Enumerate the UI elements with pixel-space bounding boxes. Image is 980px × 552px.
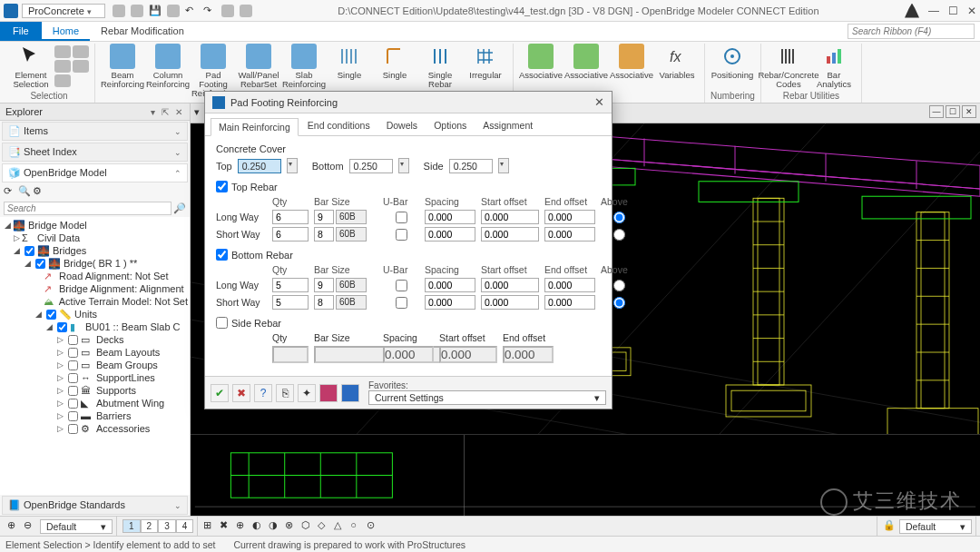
filter-icon[interactable]: ⚙ xyxy=(33,185,45,198)
tree-item[interactable]: Decks xyxy=(96,334,124,345)
tree-search-input[interactable] xyxy=(4,202,172,215)
ubar-checkbox[interactable] xyxy=(396,297,407,309)
tree-item[interactable]: Accessories xyxy=(96,423,150,434)
start-offset-input[interactable] xyxy=(481,278,539,292)
minimize-icon[interactable]: — xyxy=(928,5,939,17)
barsize-input[interactable] xyxy=(314,295,334,310)
snap-icon[interactable]: ⊙ xyxy=(367,519,381,534)
tree-checkbox[interactable] xyxy=(68,386,78,396)
tab-home[interactable]: Home xyxy=(42,22,90,41)
tree-checkbox[interactable] xyxy=(68,411,78,421)
user-icon[interactable] xyxy=(905,4,919,18)
single-button[interactable]: Single xyxy=(328,44,371,80)
qty-input[interactable] xyxy=(272,210,309,224)
view-close-icon[interactable]: ✕ xyxy=(962,105,976,118)
single-rebar-button[interactable]: Single Rebar xyxy=(418,44,462,89)
wall-panel-button[interactable]: Wall/Panel RebarSet xyxy=(237,44,280,89)
snap-icon[interactable]: ✖ xyxy=(220,519,234,534)
workflow-dropdown[interactable]: ProConcrete ▾ xyxy=(22,4,105,18)
ribbon-search-input[interactable] xyxy=(848,24,975,39)
spacing-input[interactable] xyxy=(425,210,475,224)
panel-controls[interactable]: ▾ ⇱ ✕ xyxy=(151,107,184,117)
top-rebar-checkbox[interactable] xyxy=(216,181,228,192)
tree-item[interactable]: SupportLines xyxy=(96,372,155,383)
positioning-button[interactable]: Positioning xyxy=(710,44,754,80)
above-radio[interactable] xyxy=(613,229,625,241)
plan-view[interactable] xyxy=(191,434,980,516)
maximize-icon[interactable]: ☐ xyxy=(948,5,958,17)
cancel-button[interactable]: ✖ xyxy=(232,384,250,402)
sel-small-icon[interactable] xyxy=(54,45,71,58)
redo-icon[interactable]: ↷ xyxy=(203,5,216,17)
start-offset-input[interactable] xyxy=(481,227,539,242)
tree-checkbox[interactable] xyxy=(35,259,45,269)
tool-icon[interactable]: ⊕ xyxy=(7,519,22,534)
bottom-rebar-checkbox[interactable] xyxy=(216,249,228,261)
qat-icon[interactable] xyxy=(131,5,143,17)
tree-checkbox[interactable] xyxy=(68,373,78,383)
tab-options[interactable]: Options xyxy=(426,117,474,135)
tree-item[interactable]: Bridge( BR 1 ) ** xyxy=(64,258,137,269)
start-offset-input[interactable] xyxy=(481,295,539,310)
level-select[interactable]: Default▾ xyxy=(40,519,113,534)
bar-analytics-button[interactable]: Bar Analytics xyxy=(812,44,856,89)
dropdown-icon[interactable] xyxy=(287,158,298,173)
settings-button[interactable]: ✦ xyxy=(298,384,316,402)
tree-item[interactable]: Abutment Wing xyxy=(96,398,164,409)
tree-item[interactable]: Supports xyxy=(96,385,136,396)
tool-icon[interactable]: ⊖ xyxy=(24,519,38,534)
sheet-index-section[interactable]: 📑 Sheet Index⌄ xyxy=(2,143,188,162)
barsize-input[interactable] xyxy=(314,210,334,224)
refresh-icon[interactable]: ⟳ xyxy=(4,185,16,198)
tab-main-reinforcing[interactable]: Main Reinforcing xyxy=(211,118,299,136)
spacing-input[interactable] xyxy=(425,295,475,310)
dialog-close-icon[interactable]: ✕ xyxy=(594,95,604,109)
accept-button[interactable]: ✔ xyxy=(211,384,229,402)
file-tab[interactable]: File xyxy=(0,22,42,41)
dropdown-icon[interactable] xyxy=(498,158,509,173)
snap-icon[interactable]: ○ xyxy=(350,519,365,534)
sel-small-icon[interactable] xyxy=(54,60,71,73)
cover-bottom-input[interactable]: 0.250 xyxy=(349,159,393,173)
qat-icon[interactable] xyxy=(221,5,234,17)
snap-icon[interactable]: ⊞ xyxy=(203,519,218,534)
search-go-icon[interactable]: 🔎 xyxy=(173,202,186,215)
grade-select[interactable]: 60B xyxy=(336,278,367,292)
qat-icon[interactable] xyxy=(167,5,180,17)
barsize-input[interactable] xyxy=(314,278,334,292)
tree-checkbox[interactable] xyxy=(68,360,78,370)
tree-checkbox[interactable] xyxy=(24,246,34,256)
lock-select[interactable]: Default▾ xyxy=(899,519,972,534)
model-tree[interactable]: ◢🌉Bridge Model ▷ΣCivil Data ◢🌉Bridges ◢🌉… xyxy=(0,217,190,495)
tree-root[interactable]: Bridge Model xyxy=(28,220,87,231)
tab-assignment[interactable]: Assignment xyxy=(475,117,540,135)
tree-checkbox[interactable] xyxy=(46,310,56,320)
undo-icon[interactable]: ↶ xyxy=(185,5,198,17)
snap-icon[interactable]: ◇ xyxy=(318,519,332,534)
tab-dowels[interactable]: Dowels xyxy=(379,117,425,135)
help-button[interactable]: ? xyxy=(254,384,272,402)
openbridge-standards-section[interactable]: 📘 OpenBridge Standards⌄ xyxy=(2,496,188,515)
beam-reinforcing-button[interactable]: Beam Reinforcing xyxy=(101,44,144,89)
rebar-codes-button[interactable]: Rebar/Concrete Codes xyxy=(767,44,810,89)
single-button-2[interactable]: Single xyxy=(373,44,416,80)
above-radio[interactable] xyxy=(613,297,625,309)
side-rebar-checkbox[interactable] xyxy=(216,317,228,329)
view-max-icon[interactable]: ☐ xyxy=(946,105,960,118)
barsize-input[interactable] xyxy=(314,227,334,242)
tree-item[interactable]: Beam Layouts xyxy=(96,347,160,358)
spacing-input[interactable] xyxy=(425,227,475,242)
slab-reinforcing-button[interactable]: Slab Reinforcing xyxy=(282,44,326,89)
end-offset-input[interactable] xyxy=(544,227,595,242)
favorites-select[interactable]: Current Settings▾ xyxy=(368,390,606,405)
end-offset-input[interactable] xyxy=(544,295,595,310)
associative-button-3[interactable]: Associative xyxy=(610,44,653,80)
tree-item[interactable]: Bridges xyxy=(53,245,86,256)
spacing-input[interactable] xyxy=(425,278,475,292)
tab-rebar-modification[interactable]: Rebar Modification xyxy=(90,22,195,41)
save-icon[interactable]: 💾 xyxy=(149,5,162,17)
snap-icon[interactable]: ⊗ xyxy=(285,519,299,534)
qat-icon[interactable] xyxy=(240,5,252,17)
tree-item[interactable]: Units xyxy=(74,309,97,320)
qty-input[interactable] xyxy=(272,278,309,292)
